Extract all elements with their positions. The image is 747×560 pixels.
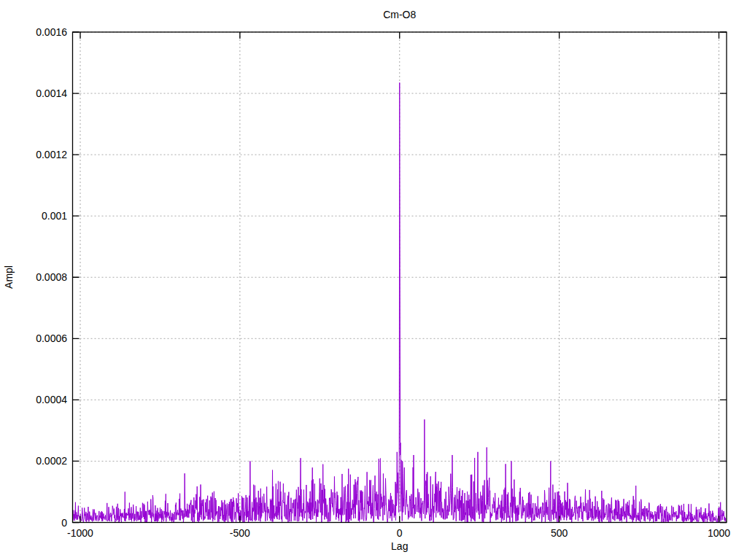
svg-text:0.0004: 0.0004 (36, 394, 67, 405)
correlation-chart: -1000-5000500100000.00020.00040.00060.00… (0, 0, 747, 560)
svg-text:0.0016: 0.0016 (36, 26, 67, 38)
svg-text:500: 500 (551, 527, 568, 539)
svg-text:0: 0 (397, 527, 403, 539)
x-axis-label: Lag (391, 540, 408, 552)
chart-title: Cm-O8 (383, 9, 416, 20)
svg-text:0.0006: 0.0006 (36, 332, 67, 344)
svg-text:0.0008: 0.0008 (36, 271, 67, 283)
tick-labels: -1000-5000500100000.00020.00040.00060.00… (36, 26, 730, 539)
y-axis-label: Ampl (3, 265, 15, 289)
svg-text:0.001: 0.001 (42, 210, 67, 222)
svg-text:0: 0 (61, 517, 67, 529)
svg-text:-1000: -1000 (67, 527, 93, 539)
svg-text:0.0014: 0.0014 (36, 88, 67, 99)
data-series (73, 82, 727, 522)
gnuplot-figure: -1000-5000500100000.00020.00040.00060.00… (0, 0, 747, 560)
svg-text:1000: 1000 (708, 527, 730, 539)
svg-text:-500: -500 (230, 527, 250, 539)
svg-text:0.0002: 0.0002 (36, 455, 67, 467)
svg-text:0.0012: 0.0012 (36, 149, 67, 160)
